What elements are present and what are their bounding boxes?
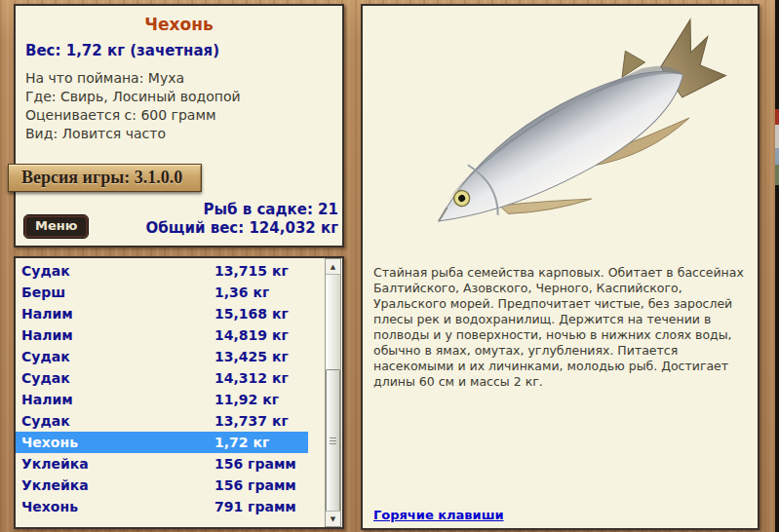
fish-list-rows: Судак13,715 кгБерш1,36 кгНалим15,168 кгН… [16, 260, 308, 517]
fish-weight: 1,72 кг [214, 435, 269, 450]
list-item[interactable]: Судак13,737 кг [16, 410, 308, 432]
cage-fish-list-panel: Судак13,715 кгБерш1,36 кгНалим15,168 кгН… [14, 256, 344, 529]
sabrefish-image [374, 14, 750, 257]
fish-weight: 15,168 кг [214, 306, 289, 322]
fish-weight: 156 грамм [214, 456, 296, 472]
fish-name: Уклейка [21, 477, 89, 493]
fish-name: Судак [21, 349, 70, 364]
scrollbar-thumb[interactable] [326, 369, 340, 515]
list-item[interactable]: Чехонь791 грамм [16, 496, 308, 517]
fish-name: Чехонь [21, 499, 78, 514]
fish-weight: 13,715 кг [214, 263, 289, 279]
game-version-banner: Версия игры: 3.1.0.0 [8, 164, 202, 192]
scroll-down-icon[interactable]: ▼ [326, 511, 340, 526]
fish-weight: 11,92 кг [214, 392, 279, 407]
fish-name: Судак [21, 370, 70, 386]
menu-button[interactable]: Меню [24, 215, 88, 238]
fish-weight: 156 грамм [214, 477, 296, 493]
list-item[interactable]: Берш1,36 кг [16, 282, 308, 303]
list-item[interactable]: Уклейка156 грамм [16, 453, 308, 475]
fish-in-cage-counter: Рыб в садке: 21 [117, 201, 338, 219]
list-item[interactable]: Судак13,425 кг [16, 346, 308, 367]
list-item[interactable]: Судак13,715 кг [16, 260, 308, 282]
fish-name: Уклейка [21, 456, 89, 472]
fish-name: Налим [21, 392, 73, 407]
fish-description-panel: Стайная рыба семейства карповых. Обитает… [361, 4, 760, 530]
fish-name: Чехонь [21, 435, 78, 450]
fish-name: Судак [21, 263, 70, 279]
cage-counters: Рыб в садке: 21 Общий вес: 124,032 кг [117, 201, 338, 238]
list-scrollbar[interactable]: ▲ ▼ [325, 258, 341, 527]
fish-weight: 14,312 кг [214, 370, 289, 386]
fish-name: Налим [21, 327, 73, 343]
list-item[interactable]: Судак14,312 кг [16, 367, 308, 389]
scroll-up-icon[interactable]: ▲ [326, 259, 340, 275]
fish-name: Налим [21, 306, 73, 322]
fish-weight: 14,819 кг [214, 327, 289, 343]
game-version-label: Версия игры: 3.1.0.0 [21, 168, 182, 188]
list-item[interactable]: Уклейка156 грамм [16, 475, 308, 496]
fish-name: Судак [21, 413, 70, 429]
hotkeys-link[interactable]: Горячие клавиши [373, 508, 504, 522]
fish-weight: 13,425 кг [214, 349, 289, 364]
screen-edge-strip [775, 0, 779, 532]
fish-weight: 1,36 кг [214, 285, 269, 300]
background-window-sliver [775, 109, 779, 185]
fish-weight: 791 грамм [214, 499, 296, 514]
fish-catch-details: На что поймана: Муха Где: Свирь, Лосиный… [25, 69, 342, 143]
fish-weight: 13,737 кг [214, 413, 289, 429]
total-weight-counter: Общий вес: 124,032 кг [117, 219, 338, 238]
scrollbar-grip-icon [330, 437, 336, 445]
fish-description-text: Стайная рыба семейства карповых. Обитает… [373, 265, 756, 390]
fish-name: Берш [21, 285, 65, 300]
list-item[interactable]: Налим15,168 кг [16, 303, 308, 324]
list-item[interactable]: Чехонь1,72 кг [16, 432, 308, 453]
list-item[interactable]: Налим11,92 кг [16, 389, 308, 410]
fish-weight-line: Вес: 1,72 кг (зачетная) [25, 42, 342, 59]
list-item[interactable]: Налим14,819 кг [16, 324, 308, 346]
fish-title: Чехонь [16, 15, 342, 34]
